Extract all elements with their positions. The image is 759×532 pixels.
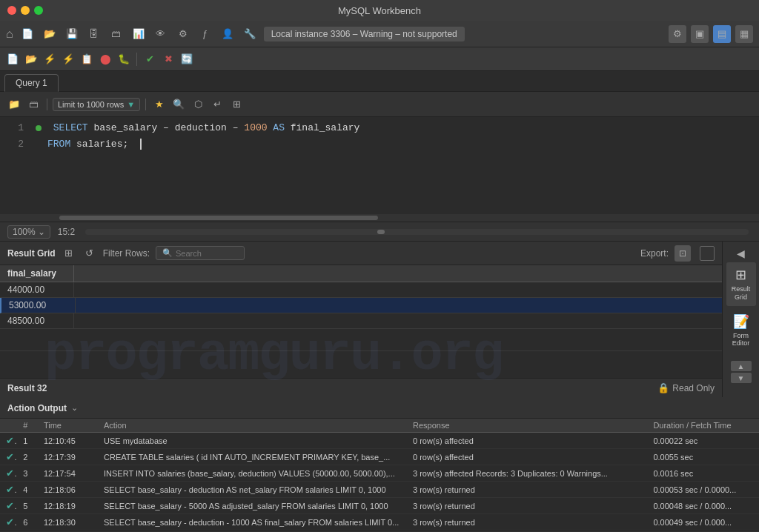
sidebar-form-editor-label: FormEditor — [732, 332, 750, 348]
open-icon[interactable]: 📂 — [42, 26, 58, 42]
result-grid-button[interactable]: Result Grid — [7, 248, 56, 259]
status-ok-icon: ✔ — [6, 435, 17, 446]
col-action: Action — [98, 419, 407, 433]
minimize-button[interactable] — [21, 6, 30, 15]
window-title: MySQL Workbench — [338, 5, 421, 16]
run-icon[interactable]: ⚡ — [60, 51, 76, 67]
status-ok-icon: ✔ — [6, 468, 17, 479]
row-duration: 0.0055 sec — [647, 449, 759, 465]
code-area[interactable]: SELECT base_salary – deduction – 1000 AS… — [30, 120, 759, 211]
action-row-6[interactable]: ✔ 6 12:18:30 SELECT base_salary - deduct… — [0, 514, 759, 531]
export-icon[interactable]: ⊡ — [675, 245, 691, 262]
cell-final-salary-3: 48500.00 — [0, 313, 74, 328]
refresh-icon[interactable]: ↺ — [82, 246, 97, 261]
layout2-icon[interactable]: ▤ — [713, 25, 731, 43]
grid-row-2[interactable]: 53000.00 — [0, 298, 722, 313]
wrap-icon[interactable]: ↵ — [209, 96, 225, 113]
horizontal-scrollbar[interactable] — [59, 216, 378, 220]
action-row-3[interactable]: ✔ 3 12:17:54 INSERT INTO salaries (base_… — [0, 465, 759, 482]
table-icon[interactable]: 📊 — [130, 26, 147, 42]
form-editor-icon: 📝 — [733, 313, 749, 330]
sidebar-result-grid[interactable]: ⊞ ResultGrid — [726, 262, 756, 306]
editor-area[interactable]: programguru.org 1 2 SELECT base_salary –… — [0, 117, 759, 222]
limit-dropdown[interactable]: Limit to 1000 rows ▼ — [53, 98, 140, 111]
read-only-badge: 🔒 Read Only — [657, 382, 715, 393]
action-row-4[interactable]: ✔ 4 12:18:06 SELECT base_salary - deduct… — [0, 482, 759, 498]
auto-commit-icon[interactable]: 🔄 — [179, 51, 195, 67]
db-icon[interactable]: 🗃 — [108, 26, 125, 42]
rollback-icon[interactable]: ✖ — [160, 51, 176, 67]
editor-lines: 1 2 SELECT base_salary – deduction – 100… — [0, 117, 759, 214]
schema-icon[interactable]: 🗄 — [86, 26, 102, 42]
row-action: CREATE TABLE salaries ( id INT AUTO_INCR… — [98, 449, 407, 465]
result-section: Result Grid ⊞ ↺ Filter Rows: 🔍 Search Ex… — [0, 242, 722, 397]
action-row-1[interactable]: ✔ 1 12:10:45 USE mydatabase 0 row(s) aff… — [0, 433, 759, 449]
users-icon[interactable]: 👤 — [219, 26, 236, 42]
main-toolbar: 📄 📂 ⚡ ⚡ 📋 ⬤ 🐛 ✔ ✖ 🔄 — [0, 47, 759, 71]
folder-icon[interactable]: 📁 — [6, 96, 22, 113]
row-checkbox[interactable] — [700, 246, 715, 261]
nav-down-button[interactable]: ▼ — [731, 373, 752, 383]
cursor-position: 15:2 — [58, 227, 75, 237]
sidebar-result-grid-label: ResultGrid — [732, 285, 751, 302]
result-toolbar: Result Grid ⊞ ↺ Filter Rows: 🔍 Search Ex… — [0, 242, 722, 265]
result-number: Result 32 — [7, 383, 47, 393]
zoom-value: 100% — [13, 227, 36, 237]
debug-icon[interactable]: 🐛 — [116, 51, 132, 67]
collapse-arrow[interactable]: ◀ — [735, 247, 747, 259]
action-expand-arrow[interactable]: ⌄ — [71, 403, 78, 413]
find-icon[interactable]: ⬡ — [190, 96, 206, 113]
layout-icon[interactable]: ▣ — [691, 25, 709, 43]
line-numbers: 1 2 — [0, 120, 30, 211]
search-box[interactable]: 🔍 Search — [156, 246, 245, 260]
maximize-button[interactable] — [34, 6, 43, 15]
status-ok-icon: ✔ — [6, 516, 17, 528]
row-num: 5 — [17, 498, 38, 514]
close-button[interactable] — [7, 6, 16, 15]
star-icon[interactable]: ★ — [151, 96, 168, 113]
editor-status: 100% ⌄ 15:2 — [0, 222, 759, 242]
sidebar-form-editor[interactable]: 📝 FormEditor — [726, 309, 756, 353]
zoom-control[interactable]: 100% ⌄ — [7, 225, 50, 239]
execute-icon[interactable]: ⚡ — [42, 51, 58, 67]
view-icon[interactable]: 👁 — [153, 26, 169, 42]
db2-icon[interactable]: 🗃 — [25, 96, 42, 113]
settings-icon[interactable]: ⚙ — [669, 25, 686, 43]
commit-icon[interactable]: ✔ — [142, 51, 158, 67]
line-indicator-1 — [36, 125, 42, 131]
line-num-2: 2 — [6, 136, 24, 153]
search-icon: 🔍 — [162, 248, 173, 258]
open-file-icon[interactable]: 📂 — [23, 51, 39, 67]
action-output-scroll[interactable]: # Time Action Response Duration / Fetch … — [0, 419, 759, 531]
save-icon[interactable]: 💾 — [64, 26, 80, 42]
new-file-icon[interactable]: 📄 — [4, 51, 21, 67]
explain-icon[interactable]: 📋 — [79, 51, 95, 67]
row-duration: 0.00022 sec — [647, 433, 759, 449]
grid-row-1[interactable]: 44000.00 — [0, 282, 722, 298]
bookmark-icon[interactable]: 🔍 — [170, 96, 187, 113]
row-response: 3 row(s) affected Records: 3 Duplicates:… — [407, 465, 647, 482]
connection-label[interactable]: Local instance 3306 – Warning – not supp… — [264, 27, 465, 41]
action-row-2[interactable]: ✔ 2 12:17:39 CREATE TABLE salaries ( id … — [0, 449, 759, 465]
row-time: 12:17:54 — [38, 465, 98, 482]
query-tab-1[interactable]: Query 1 — [4, 74, 59, 92]
mini-scrollbar[interactable] — [85, 229, 749, 235]
layout3-icon[interactable]: ▦ — [735, 25, 753, 43]
action-row-5[interactable]: ✔ 5 12:18:19 SELECT base_salary - 5000 A… — [0, 498, 759, 514]
grid-row-3[interactable]: 48500.00 — [0, 313, 722, 329]
limit-arrow-icon: ▼ — [127, 100, 135, 109]
nav-up-button[interactable]: ▲ — [731, 361, 752, 371]
zoom-arrow: ⌄ — [38, 227, 45, 237]
home-icon[interactable]: ⌂ — [6, 27, 13, 41]
proc-icon[interactable]: ⚙ — [175, 26, 191, 42]
func-icon[interactable]: ƒ — [197, 26, 213, 42]
export-label: Export: — [640, 248, 669, 259]
stop-icon[interactable]: ⬤ — [97, 51, 113, 67]
grid-view-icon[interactable]: ⊞ — [62, 246, 76, 261]
new-query-icon[interactable]: 📄 — [19, 26, 36, 42]
cell-final-salary-1: 44000.00 — [0, 282, 74, 297]
editor-scrollbar[interactable] — [0, 214, 759, 222]
admin-icon[interactable]: 🔧 — [242, 26, 258, 42]
row-action: USE mydatabase — [98, 433, 407, 449]
format-icon[interactable]: ⊞ — [228, 96, 245, 113]
